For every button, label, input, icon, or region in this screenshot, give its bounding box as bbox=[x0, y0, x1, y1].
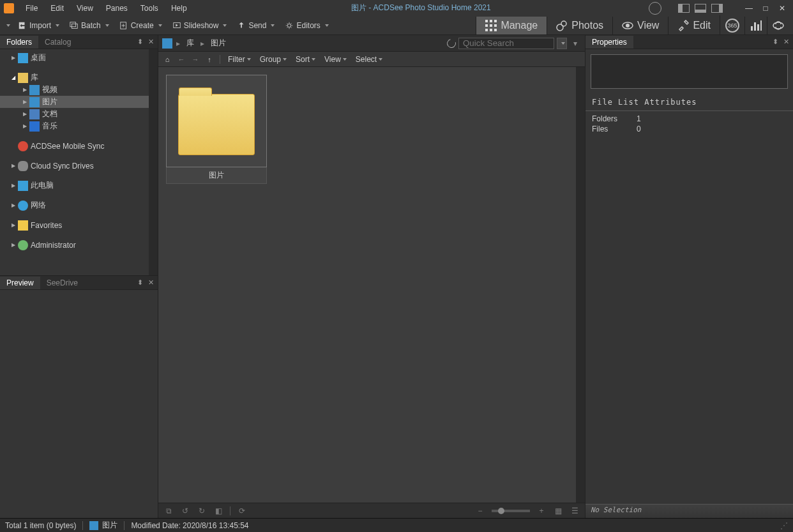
menu-panes[interactable]: Panes bbox=[100, 2, 134, 15]
breadcrumb-root[interactable]: 库 bbox=[184, 36, 197, 50]
zoom-out-icon[interactable]: − bbox=[475, 506, 485, 516]
rotate-cw-icon[interactable]: ↻ bbox=[197, 506, 207, 516]
layout-bottom-btn[interactable] bbox=[695, 4, 706, 13]
photos-icon bbox=[556, 20, 568, 31]
menu-file[interactable]: File bbox=[19, 2, 44, 15]
editors-button[interactable]: Editors bbox=[280, 19, 333, 32]
copy-icon[interactable]: ⧉ bbox=[163, 506, 174, 516]
attributes-header: File List Attributes bbox=[585, 94, 793, 111]
mode-dashboard[interactable] bbox=[744, 17, 767, 34]
nav-forward-icon[interactable]: → bbox=[190, 54, 200, 65]
search-dropdown-button[interactable] bbox=[557, 38, 567, 49]
zoom-slider[interactable] bbox=[492, 510, 530, 512]
filter-menu[interactable]: Filter bbox=[225, 54, 253, 65]
editors-icon bbox=[285, 21, 294, 30]
close-panel-icon[interactable]: ✕ bbox=[783, 38, 789, 46]
tree-music[interactable]: ▶音乐 bbox=[0, 120, 149, 132]
breadcrumb-current[interactable]: 图片 bbox=[208, 36, 229, 50]
filter-funnel-icon[interactable]: ▾ bbox=[570, 38, 581, 49]
close-panel-icon[interactable]: ✕ bbox=[148, 278, 154, 287]
tab-catalog[interactable]: Catalog bbox=[38, 36, 77, 49]
mode-manage[interactable]: Manage bbox=[476, 17, 547, 34]
nav-up-icon[interactable]: ↑ bbox=[204, 54, 215, 65]
edit-tools-icon bbox=[677, 20, 689, 31]
sort-menu[interactable]: Sort bbox=[293, 54, 318, 65]
svg-rect-7 bbox=[494, 20, 497, 22]
mode-365[interactable]: 365 bbox=[720, 15, 744, 36]
tree-label: 网络 bbox=[31, 200, 46, 211]
rotate-ccw-icon[interactable]: ↺ bbox=[180, 506, 190, 516]
tree-cloud-drives[interactable]: ▶Cloud Sync Drives bbox=[0, 160, 149, 172]
menu-tools[interactable]: Tools bbox=[134, 2, 165, 15]
refresh-icon[interactable] bbox=[445, 37, 457, 49]
minimize-button[interactable]: — bbox=[742, 4, 756, 13]
send-button[interactable]: Send bbox=[232, 19, 280, 32]
tree-desktop[interactable]: ▶桌面 bbox=[0, 52, 149, 64]
nav-home-icon[interactable]: ⌂ bbox=[162, 54, 172, 65]
menu-view[interactable]: View bbox=[70, 2, 100, 15]
pin-icon[interactable]: ⬍ bbox=[137, 278, 143, 287]
maximize-button[interactable]: □ bbox=[759, 4, 773, 13]
tree-pictures[interactable]: ▶图片 bbox=[0, 96, 149, 108]
user-account-icon[interactable] bbox=[649, 2, 661, 15]
slideshow-icon bbox=[172, 21, 181, 30]
tree-favorites[interactable]: ▶Favorites bbox=[0, 219, 149, 231]
create-button[interactable]: Create bbox=[114, 19, 167, 32]
tab-preview[interactable]: Preview bbox=[0, 277, 40, 289]
compare-icon[interactable]: ◧ bbox=[213, 506, 223, 516]
toolbar-overflow[interactable] bbox=[6, 24, 10, 27]
thumb-view-icon[interactable]: ▦ bbox=[553, 506, 563, 516]
pin-icon[interactable]: ⬍ bbox=[137, 38, 143, 46]
tree-label: 图片 bbox=[42, 96, 57, 107]
menu-help[interactable]: Help bbox=[165, 2, 193, 15]
view-menu[interactable]: View bbox=[322, 54, 349, 65]
close-button[interactable]: ✕ bbox=[775, 4, 789, 13]
autoplay-icon[interactable]: ⟳ bbox=[237, 506, 247, 516]
tree-mobile-sync[interactable]: ACDSee Mobile Sync bbox=[0, 140, 149, 152]
group-menu[interactable]: Group bbox=[257, 54, 289, 65]
mode-photos[interactable]: Photos bbox=[547, 17, 612, 34]
tree-library[interactable]: ◢库 bbox=[0, 72, 149, 84]
quick-search-input[interactable] bbox=[458, 38, 554, 49]
folder-tree: ▶桌面 ◢库 ▶视频 ▶图片 ▶文档 ▶音乐 ACDSee Mobile Syn… bbox=[0, 49, 149, 275]
nav-back-icon[interactable]: ← bbox=[176, 54, 186, 65]
tree-this-pc[interactable]: ▶此电脑 bbox=[0, 179, 149, 192]
tree-label: 视频 bbox=[42, 84, 57, 95]
mode-view[interactable]: View bbox=[612, 17, 668, 34]
pin-icon[interactable]: ⬍ bbox=[773, 38, 778, 46]
zoom-in-icon[interactable]: + bbox=[536, 506, 547, 516]
folder-icon bbox=[178, 94, 255, 155]
resize-grip-icon[interactable]: ⋰ bbox=[780, 521, 788, 530]
close-panel-icon[interactable]: ✕ bbox=[148, 38, 154, 46]
status-total: Total 1 item (0 bytes) bbox=[5, 521, 76, 530]
file-list[interactable]: 图片 bbox=[158, 67, 576, 503]
select-menu[interactable]: Select bbox=[353, 54, 385, 65]
svg-rect-0 bbox=[70, 22, 76, 26]
thumb-item[interactable]: 图片 bbox=[166, 75, 267, 184]
properties-footer: No Selection bbox=[585, 504, 793, 518]
svg-rect-10 bbox=[494, 24, 497, 27]
content-toolbar: ⧉ ↺ ↻ ◧ ⟳ − + ▦ ☰ bbox=[158, 503, 585, 518]
import-button[interactable]: Import bbox=[13, 19, 64, 32]
tree-videos[interactable]: ▶视频 bbox=[0, 84, 149, 96]
list-view-icon[interactable]: ☰ bbox=[570, 506, 580, 516]
menu-edit[interactable]: Edit bbox=[44, 2, 70, 15]
tab-folders[interactable]: Folders bbox=[0, 36, 38, 49]
layout-right-btn[interactable] bbox=[711, 4, 723, 13]
tab-seedrive[interactable]: SeeDrive bbox=[40, 277, 84, 289]
content-scrollbar[interactable] bbox=[576, 67, 585, 503]
mode-sync[interactable] bbox=[767, 17, 789, 34]
mode-edit[interactable]: Edit bbox=[668, 17, 720, 34]
tab-properties[interactable]: Properties bbox=[585, 36, 633, 49]
tree-scrollbar[interactable] bbox=[149, 49, 158, 275]
slideshow-button[interactable]: Slideshow bbox=[167, 19, 232, 32]
mode-edit-label: Edit bbox=[693, 20, 711, 31]
tree-administrator[interactable]: ▶Administrator bbox=[0, 239, 149, 251]
tree-documents[interactable]: ▶文档 bbox=[0, 108, 149, 120]
layout-left-btn[interactable] bbox=[678, 4, 690, 13]
tree-label: 此电脑 bbox=[31, 180, 54, 191]
svg-rect-9 bbox=[490, 24, 492, 27]
create-label: Create bbox=[131, 21, 154, 30]
tree-network[interactable]: ▶网络 bbox=[0, 199, 149, 211]
batch-button[interactable]: Batch bbox=[64, 19, 114, 32]
